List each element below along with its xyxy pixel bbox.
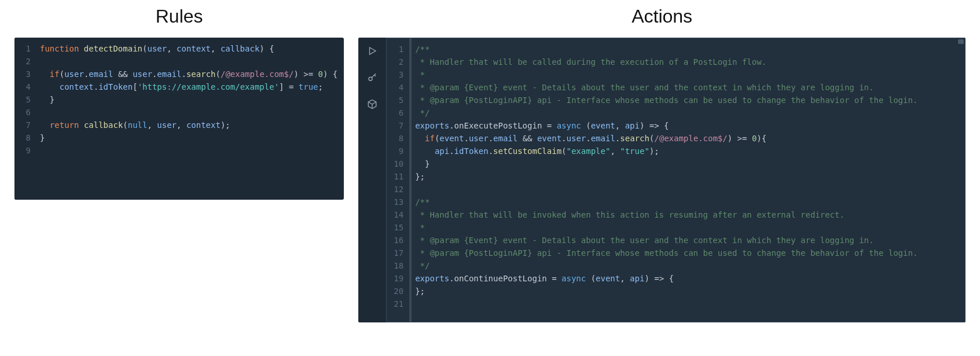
key-icon[interactable]	[367, 72, 377, 86]
line-number: 9	[21, 144, 31, 157]
code-line[interactable]	[40, 144, 338, 157]
code-line[interactable]	[415, 298, 951, 310]
play-icon[interactable]	[367, 46, 377, 60]
actions-code[interactable]: /** * Handler that will be called during…	[412, 38, 957, 322]
code-line[interactable]: * @param {Event} event - Details about t…	[415, 81, 951, 94]
line-number: 5	[394, 94, 403, 107]
line-number: 16	[394, 234, 403, 247]
comparison-container: Rules 123456789 function detectDomain(us…	[14, 6, 966, 322]
code-line[interactable]: }	[415, 157, 951, 170]
code-line[interactable]: exports.onContinuePostLogin = async (eve…	[415, 272, 951, 285]
line-number: 11	[394, 170, 403, 183]
line-number: 18	[394, 259, 403, 272]
code-line[interactable]: */	[415, 259, 951, 272]
code-line[interactable]: /**	[415, 196, 951, 208]
actions-editor-inner: 123456789101112131415161718192021 /** * …	[386, 38, 966, 322]
code-line[interactable]: exports.onExecutePostLogin = async (even…	[415, 119, 951, 132]
code-line[interactable]: };	[415, 285, 951, 298]
actions-panel: Actions 12345678910111213141516171819202…	[358, 6, 966, 322]
code-line[interactable]	[40, 55, 338, 68]
code-line[interactable]: * @param {Event} event - Details about t…	[415, 234, 951, 247]
code-line[interactable]: /**	[415, 43, 951, 56]
rules-code[interactable]: function detectDomain(user, context, cal…	[36, 38, 344, 200]
code-line[interactable]	[40, 106, 338, 119]
line-number: 7	[21, 119, 31, 131]
rules-editor[interactable]: 123456789 function detectDomain(user, co…	[14, 38, 344, 200]
line-number: 1	[21, 42, 31, 55]
code-line[interactable]: if(user.email && user.email.search(/@exa…	[40, 68, 338, 80]
line-number: 7	[394, 119, 403, 132]
code-line[interactable]	[415, 183, 951, 196]
code-line[interactable]: * Handler that will be invoked when this…	[415, 208, 951, 221]
code-line[interactable]: function detectDomain(user, context, cal…	[40, 42, 338, 55]
code-line[interactable]: api.idToken.setCustomClaim("example", "t…	[415, 145, 951, 157]
editor-icon-rail	[358, 38, 386, 322]
scrollbar-thumb[interactable]	[958, 39, 964, 44]
line-number: 10	[394, 157, 403, 170]
line-number: 19	[394, 272, 403, 285]
vertical-scrollbar[interactable]	[957, 38, 965, 322]
svg-point-1	[369, 77, 372, 80]
line-number: 13	[394, 196, 403, 208]
svg-line-3	[375, 75, 376, 76]
code-line[interactable]: * Handler that will be called during the…	[415, 56, 951, 68]
code-line[interactable]: */	[415, 107, 951, 119]
rules-gutter: 123456789	[14, 38, 36, 200]
rules-title: Rules	[14, 6, 344, 27]
line-number: 21	[394, 298, 403, 310]
line-number: 15	[394, 221, 403, 234]
line-number: 1	[394, 43, 403, 56]
line-number: 17	[394, 247, 403, 259]
line-number: 6	[394, 107, 403, 119]
line-number: 14	[394, 208, 403, 221]
line-number: 8	[21, 131, 31, 144]
code-line[interactable]: *	[415, 68, 951, 81]
actions-gutter: 123456789101112131415161718192021	[387, 38, 409, 322]
line-number: 20	[394, 285, 403, 298]
code-line[interactable]: if(event.user.email && event.user.email.…	[415, 132, 951, 145]
line-number: 4	[21, 80, 31, 93]
line-number: 9	[394, 145, 403, 157]
line-number: 3	[21, 68, 31, 80]
code-line[interactable]: context.idToken['https://example.com/exa…	[40, 80, 338, 93]
actions-title: Actions	[358, 6, 966, 27]
line-number: 2	[394, 56, 403, 68]
code-line[interactable]: * @param {PostLoginAPI} api - Interface …	[415, 247, 951, 259]
code-line[interactable]: }	[40, 93, 338, 106]
rules-panel: Rules 123456789 function detectDomain(us…	[14, 6, 344, 322]
line-number: 5	[21, 93, 31, 106]
line-number: 12	[394, 183, 403, 196]
code-line[interactable]: };	[415, 170, 951, 183]
actions-editor[interactable]: 123456789101112131415161718192021 /** * …	[358, 38, 966, 322]
svg-marker-0	[370, 47, 376, 54]
code-line[interactable]: return callback(null, user, context);	[40, 119, 338, 131]
line-number: 2	[21, 55, 31, 68]
code-line[interactable]: * @param {PostLoginAPI} api - Interface …	[415, 94, 951, 107]
code-line[interactable]: *	[415, 221, 951, 234]
cube-icon[interactable]	[367, 99, 377, 113]
line-number: 4	[394, 81, 403, 94]
line-number: 6	[21, 106, 31, 119]
line-number: 3	[394, 68, 403, 81]
line-number: 8	[394, 132, 403, 145]
code-line[interactable]: }	[40, 131, 338, 144]
